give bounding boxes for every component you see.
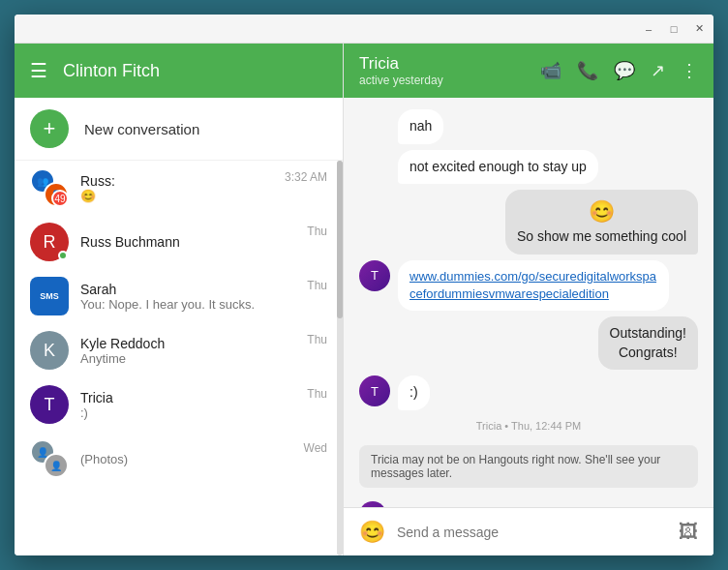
chat-actions: 📹 📞 💬 ↗ ⋮ xyxy=(540,60,698,81)
photos-avatar: 👤 👤 xyxy=(30,439,69,478)
contact-list: 👥 👤 49 Russ: 😊 3:32 AM R xyxy=(15,161,343,555)
russ-buchmann-avatar-wrap: R xyxy=(30,223,69,261)
message-bubble: nah xyxy=(398,109,443,144)
emoji-smile: 😊 xyxy=(517,197,686,227)
app-window: – □ ✕ ☰ Clinton Fitch + New conversation… xyxy=(15,15,713,555)
contact-item-kyle[interactable]: K Kyle Reddoch Anytime Thu xyxy=(15,323,343,377)
contact-preview: You: Nope. I hear you. It sucks. xyxy=(80,297,295,312)
new-conversation-label: New conversation xyxy=(84,121,199,137)
minimize-button[interactable]: – xyxy=(642,22,655,36)
contact-item-russ-group[interactable]: 👥 👤 49 Russ: 😊 3:32 AM xyxy=(15,161,343,215)
sidebar-header: ☰ Clinton Fitch xyxy=(15,44,343,98)
popout-icon[interactable]: ↗ xyxy=(651,60,665,81)
contact-info: Russ: 😊 xyxy=(80,173,273,203)
titlebar: – □ ✕ xyxy=(15,15,713,44)
tricia-avatar-wrap: T xyxy=(30,385,69,424)
avatar-part2: 👤 xyxy=(44,453,69,478)
scrollbar-thumb[interactable] xyxy=(337,161,343,318)
unread-badge: 49 xyxy=(51,190,69,207)
more-options-icon[interactable]: ⋮ xyxy=(681,60,698,81)
chat-header-info: Tricia active yesterday xyxy=(359,54,525,87)
maximize-button[interactable]: □ xyxy=(667,22,681,36)
sarah-avatar: SMS xyxy=(30,277,69,315)
tricia-msg-avatar: T xyxy=(359,260,390,291)
new-conversation-button[interactable]: + New conversation xyxy=(15,98,343,161)
message-bubble: :) xyxy=(398,375,430,410)
message-bubble-outgoing: Outstanding! Congrats! xyxy=(598,316,698,370)
chat-input-area: 😊 🖼 xyxy=(344,507,713,555)
contact-name: Sarah xyxy=(80,282,295,297)
contact-info: Russ Buchmann xyxy=(80,234,295,250)
message-row-outgoing: 😊 So show me something cool xyxy=(359,190,698,254)
contact-preview: (Photos) xyxy=(80,452,292,466)
chat-messages: nah not excited enough to stay up 😊 So s… xyxy=(344,98,713,507)
chat-contact-name: Tricia xyxy=(359,54,525,74)
contact-time: 3:32 AM xyxy=(285,168,327,184)
kyle-avatar-wrap: K xyxy=(30,331,69,370)
video-call-icon[interactable]: 📹 xyxy=(540,60,561,81)
image-attach-button[interactable]: 🖼 xyxy=(679,521,698,543)
chat-panel: Tricia active yesterday 📹 📞 💬 ↗ ⋮ nah xyxy=(344,44,713,555)
contact-time: Wed xyxy=(304,439,327,455)
sarah-avatar-wrap: SMS xyxy=(30,277,69,315)
message-input[interactable] xyxy=(397,525,667,540)
contact-info: (Photos) xyxy=(80,452,292,466)
contact-time: Thu xyxy=(307,223,327,238)
scrollbar-track[interactable] xyxy=(337,161,343,555)
contact-info: Sarah You: Nope. I hear you. It sucks. xyxy=(80,282,295,312)
message-row-outgoing: Outstanding! Congrats! xyxy=(359,316,698,370)
chat-contact-status: active yesterday xyxy=(359,74,525,87)
contact-name: Russ: xyxy=(80,173,273,189)
message-bubble: not excited enough to stay up xyxy=(398,150,598,185)
app-body: ☰ Clinton Fitch + New conversation 👥 👤 4… xyxy=(15,44,713,555)
contact-info: Kyle Reddoch Anytime xyxy=(80,336,295,366)
tricia-msg-avatar: T xyxy=(359,375,390,406)
phone-call-icon[interactable]: 📞 xyxy=(577,60,598,81)
message-text: Outstanding! xyxy=(610,324,686,344)
contact-time: Thu xyxy=(307,385,327,401)
contact-time: Thu xyxy=(307,277,327,292)
kyle-avatar: K xyxy=(30,331,69,370)
sidebar: ☰ Clinton Fitch + New conversation 👥 👤 4… xyxy=(15,44,344,555)
contact-info: Tricia :) xyxy=(80,390,295,420)
chat-icon[interactable]: 💬 xyxy=(614,60,635,81)
contact-preview: :) xyxy=(80,405,295,420)
message-row: T :) xyxy=(359,375,698,410)
online-indicator xyxy=(58,251,68,260)
message-row: T xyxy=(359,497,698,507)
message-text-2: Congrats! xyxy=(610,344,686,363)
system-notice: Tricia may not be on Hangouts right now.… xyxy=(359,445,698,488)
message-text: So show me something cool xyxy=(517,227,686,247)
contact-time: Thu xyxy=(307,331,327,346)
message-bubble-outgoing: 😊 So show me something cool xyxy=(505,190,698,254)
close-button[interactable]: ✕ xyxy=(692,22,706,36)
tricia-avatar: T xyxy=(30,385,69,424)
sms-badge: SMS xyxy=(36,290,63,302)
contact-item-photos[interactable]: 👤 👤 (Photos) Wed xyxy=(15,432,343,486)
contact-name: Tricia xyxy=(80,390,295,405)
contact-preview: Anytime xyxy=(80,351,295,366)
emoji-button[interactable]: 😊 xyxy=(359,520,385,545)
photos-avatar-wrap: 👤 👤 xyxy=(30,439,69,478)
message-row: not excited enough to stay up xyxy=(359,150,698,185)
message-row: T www.dummies.com/go/securedigitalworksp… xyxy=(359,260,698,311)
contact-item-tricia[interactable]: T Tricia :) Thu xyxy=(15,377,343,432)
russ-group-avatar: 👥 👤 49 xyxy=(30,168,69,207)
message-link-bubble[interactable]: www.dummies.com/go/securedigitalworkspac… xyxy=(398,260,669,311)
hamburger-icon[interactable]: ☰ xyxy=(30,59,47,82)
contact-item-sarah[interactable]: SMS Sarah You: Nope. I hear you. It suck… xyxy=(15,269,343,323)
contact-name: Kyle Reddoch xyxy=(80,336,295,351)
contact-name: Russ Buchmann xyxy=(80,234,295,250)
sidebar-user-name: Clinton Fitch xyxy=(63,61,160,81)
contact-preview: 😊 xyxy=(80,189,273,203)
contact-item-russ-buchmann[interactable]: R Russ Buchmann Thu xyxy=(15,215,343,269)
message-timestamp: Tricia • Thu, 12:44 PM xyxy=(359,420,698,432)
chat-header: Tricia active yesterday 📹 📞 💬 ↗ ⋮ xyxy=(344,44,713,98)
new-conversation-icon: + xyxy=(30,109,69,148)
message-row: nah xyxy=(359,109,698,144)
